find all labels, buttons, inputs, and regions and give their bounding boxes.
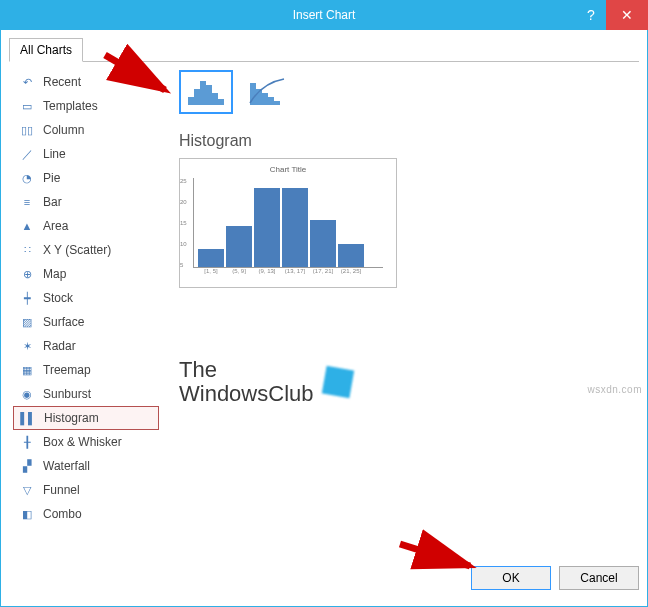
sidebar-item-stock[interactable]: ┿Stock [13,286,159,310]
chart-type-sidebar: ↶Recent▭Templates▯▯Column／Line◔Pie≡Bar▲A… [9,62,163,558]
sidebar-item-combo[interactable]: ◧Combo [13,502,159,526]
folder-icon: ▭ [19,98,35,114]
sidebar-item-label: Waterfall [43,459,90,473]
sidebar-item-box-whisker[interactable]: ╂Box & Whisker [13,430,159,454]
sidebar-item-label: Radar [43,339,76,353]
sidebar-item-label: Funnel [43,483,80,497]
tab-bar: All Charts [9,36,639,62]
svg-rect-8 [262,93,268,105]
sidebar-item-funnel[interactable]: ▽Funnel [13,478,159,502]
sidebar-item-label: Combo [43,507,82,521]
map-icon: ⊕ [19,266,35,282]
sidebar-item-area[interactable]: ▲Area [13,214,159,238]
subtype-pareto[interactable] [241,70,295,114]
svg-rect-3 [206,85,212,105]
sidebar-item-label: Templates [43,99,98,113]
sidebar-item-label: Area [43,219,68,233]
sidebar-item-label: Line [43,147,66,161]
sidebar-item-histogram[interactable]: ▌▌Histogram [13,406,159,430]
box-icon: ╂ [19,434,35,450]
watermark: The WindowsClub [179,358,631,406]
sidebar-item-surface[interactable]: ▨Surface [13,310,159,334]
pie-icon: ◔ [19,170,35,186]
close-button[interactable]: ✕ [606,0,648,30]
source-watermark: wsxdn.com [587,384,642,395]
area-icon: ▲ [19,218,35,234]
chart-title: Chart Title [270,165,306,174]
plot-area: 252015105 [193,178,383,268]
combo-icon: ◧ [19,506,35,522]
sidebar-item-waterfall[interactable]: ▞Waterfall [13,454,159,478]
subtype-histogram[interactable] [179,70,233,114]
svg-rect-10 [274,101,280,105]
sidebar-item-label: Treemap [43,363,91,377]
sidebar-item-label: Column [43,123,84,137]
sunburst-icon: ◉ [19,386,35,402]
sidebar-item-label: Bar [43,195,62,209]
bar [254,188,280,267]
sidebar-item-label: Sunburst [43,387,91,401]
help-button[interactable]: ? [576,0,606,30]
tab-all-charts[interactable]: All Charts [9,38,83,62]
svg-rect-9 [268,97,274,105]
scatter-icon: ∷ [19,242,35,258]
sidebar-item-label: Box & Whisker [43,435,122,449]
bar [198,249,224,267]
sidebar-item-templates[interactable]: ▭Templates [13,94,159,118]
sidebar-item-label: Surface [43,315,84,329]
bar-icon: ≡ [19,194,35,210]
sidebar-item-pie[interactable]: ◔Pie [13,166,159,190]
pareto-icon [248,77,288,107]
svg-rect-1 [194,89,200,105]
sidebar-item-label: Stock [43,291,73,305]
stock-icon: ┿ [19,290,35,306]
funnel-icon: ▽ [19,482,35,498]
sidebar-item-recent[interactable]: ↶Recent [13,70,159,94]
line-icon: ／ [19,146,35,162]
waterfall-icon: ▞ [19,458,35,474]
column-icon: ▯▯ [19,122,35,138]
sidebar-item-bar[interactable]: ≡Bar [13,190,159,214]
sidebar-item-radar[interactable]: ✶Radar [13,334,159,358]
bar [226,226,252,267]
bar [310,220,336,267]
sidebar-item-line[interactable]: ／Line [13,142,159,166]
bar [338,244,364,267]
svg-rect-2 [200,81,206,105]
svg-rect-5 [218,99,224,105]
chart-preview[interactable]: Chart Title 252015105 [1, 5](5, 9](9, 13… [179,158,397,288]
dialog-footer: OK Cancel [9,558,639,590]
sidebar-item-label: X Y (Scatter) [43,243,111,257]
histogram-icon [186,77,226,107]
sidebar-item-treemap[interactable]: ▦Treemap [13,358,159,382]
treemap-icon: ▦ [19,362,35,378]
window-title: Insert Chart [293,8,356,22]
cancel-button[interactable]: Cancel [559,566,639,590]
sidebar-item-label: Histogram [44,411,99,425]
sidebar-item-x-y-scatter-[interactable]: ∷X Y (Scatter) [13,238,159,262]
undo-icon: ↶ [19,74,35,90]
logo-icon [321,366,353,398]
sidebar-item-sunburst[interactable]: ◉Sunburst [13,382,159,406]
main-panel: Histogram Chart Title 252015105 [1, 5](5… [163,62,639,558]
bar [282,188,308,267]
sidebar-item-label: Pie [43,171,60,185]
titlebar: Insert Chart ? ✕ [0,0,648,30]
radar-icon: ✶ [19,338,35,354]
svg-rect-4 [212,93,218,105]
sidebar-item-label: Recent [43,75,81,89]
sidebar-item-column[interactable]: ▯▯Column [13,118,159,142]
sidebar-item-map[interactable]: ⊕Map [13,262,159,286]
svg-rect-0 [188,97,194,105]
sidebar-item-label: Map [43,267,66,281]
histogram-icon: ▌▌ [20,410,36,426]
chart-heading: Histogram [179,132,631,150]
ok-button[interactable]: OK [471,566,551,590]
surface-icon: ▨ [19,314,35,330]
x-axis: [1, 5](5, 9](9, 13](13, 17](17, 21](21, … [193,268,383,274]
